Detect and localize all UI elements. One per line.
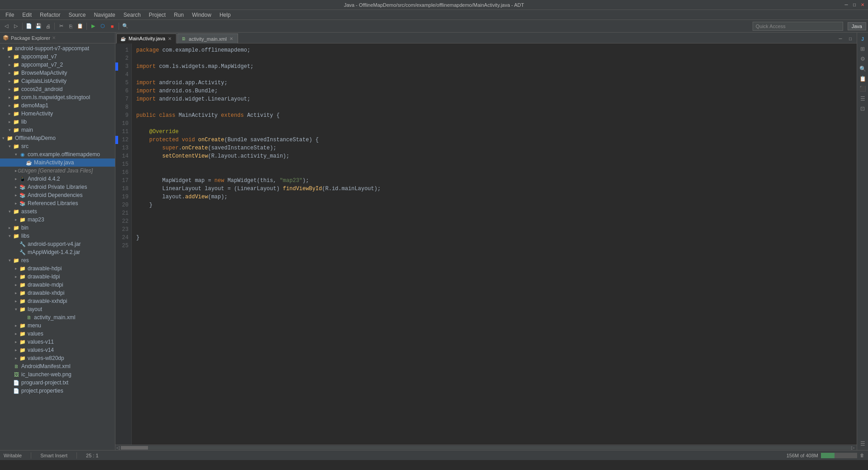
tree-item[interactable]: ▾ ◉ com.example.offlinemapdemo [0, 150, 115, 158]
toolbar-new[interactable]: 📄 [24, 22, 33, 31]
tree-item-mainactivity[interactable]: ☕ MainActivity.java [0, 158, 115, 167]
maximize-button[interactable]: □ [851, 1, 858, 9]
menu-edit[interactable]: Edit [19, 11, 35, 19]
tree-item[interactable]: ▸ GEN gen [Generated Java Files] [0, 167, 115, 175]
menu-window[interactable]: Window [188, 11, 215, 19]
tree-item[interactable]: ▸ 📁 cocos2d_android [0, 85, 115, 93]
tab-mainactivity[interactable]: ☕ MainActivity.java ✕ [116, 34, 176, 43]
right-sidebar-btn-3[interactable]: ⚙ [858, 54, 867, 63]
tree-item[interactable]: 🗎 AndroidManifest.xml [0, 362, 115, 370]
tree-item[interactable]: ▸ 📁 values-w820dp [0, 354, 115, 362]
perspective-java[interactable]: Java [848, 22, 866, 30]
tree-item[interactable]: ▸ 📁 com.ls.mapwidget.slicingtool [0, 93, 115, 101]
tree-item[interactable]: ▾ 📁 layout [0, 305, 115, 313]
tree-item[interactable]: ▸ 📁 values-v14 [0, 346, 115, 354]
line-num: 13 [115, 144, 131, 152]
line-num: 21 [115, 209, 131, 217]
tree-item[interactable]: ▸ 📁 lib [0, 118, 115, 126]
right-sidebar-btn-4[interactable]: 🔍 [858, 64, 867, 73]
tree-item[interactable]: ▸ 📱 Android 4.4.2 [0, 175, 115, 183]
tab-activity-main[interactable]: 🗎 activity_main.xml ✕ [177, 34, 238, 43]
menu-file[interactable]: File [2, 11, 18, 19]
tree-item[interactable]: ▸ 📁 HomeActivity [0, 110, 115, 118]
toolbar-stop[interactable]: ■ [108, 22, 117, 31]
tree-item[interactable]: ▸ 📁 menu [0, 321, 115, 330]
editor-horizontal-scrollbar[interactable]: ◁ ▷ [115, 445, 857, 450]
tree-item[interactable]: ▸ 📁 appcompat_v7 [0, 53, 115, 61]
tree-item[interactable]: ▸ 📁 drawable-hdpi [0, 264, 115, 273]
tree-item[interactable]: ▸ 📁 drawable-mdpi [0, 281, 115, 289]
tree-item[interactable]: ▸ 📁 CapitalsListActivity [0, 77, 115, 85]
package-explorer-tree[interactable]: ▾ 📁 android-support-v7-appcompat ▸ 📁 app… [0, 43, 115, 450]
tree-item[interactable]: ▸ 📁 values [0, 330, 115, 338]
tree-item[interactable]: 🖼 ic_launcher-web.png [0, 370, 115, 379]
menu-refactor[interactable]: Refactor [36, 11, 64, 19]
right-sidebar-btn-8[interactable]: ⊡ [858, 104, 867, 113]
tree-item[interactable]: ▸ 📚 Android Private Libraries [0, 183, 115, 191]
toolbar-debug[interactable]: ⬡ [98, 22, 107, 31]
minimize-button[interactable]: ─ [843, 1, 850, 9]
menu-search[interactable]: Search [120, 11, 144, 19]
toolbar-print[interactable]: 🖨 [43, 22, 52, 31]
right-sidebar-btn-5[interactable]: 📋 [858, 74, 867, 83]
tree-item[interactable]: ▾ 📁 src [0, 142, 115, 150]
scroll-track[interactable] [121, 446, 851, 450]
editor-minimize-btn[interactable]: ─ [836, 34, 845, 43]
toolbar-search-btn[interactable]: 🔍 [121, 22, 130, 31]
quick-access-input[interactable]: Quick Access [753, 22, 843, 31]
tree-item[interactable]: ▸ 📁 demoMap1 [0, 101, 115, 110]
menu-project[interactable]: Project [145, 11, 169, 19]
tree-item[interactable]: ▾ 📁 android-support-v7-appcompat [0, 44, 115, 53]
tree-item[interactable]: ▸ 📁 drawable-xxhdpi [0, 297, 115, 305]
toolbar-back[interactable]: ◁ [2, 22, 11, 31]
tree-item[interactable]: ▸ 📁 drawable-xhdpi [0, 289, 115, 297]
toolbar-copy[interactable]: ⎘ [66, 22, 75, 31]
right-sidebar-btn-bottom[interactable]: ☰ [858, 439, 867, 448]
line-num: 18 [115, 185, 131, 193]
tree-item[interactable]: ▸ 📁 values-v11 [0, 338, 115, 346]
tree-item[interactable]: ▸ 📁 bin [0, 224, 115, 232]
right-sidebar-btn-7[interactable]: ☰ [858, 94, 867, 103]
status-sep-1 [31, 452, 31, 459]
tree-item[interactable]: ▸ 📁 drawable-ldpi [0, 273, 115, 281]
tree-item[interactable]: ▸ 📁 appcompat_v7_2 [0, 61, 115, 69]
tree-item[interactable]: ▸ 📁 map23 [0, 216, 115, 224]
toolbar-run[interactable]: ▶ [89, 22, 98, 31]
tree-item[interactable]: 📄 proguard-project.txt [0, 379, 115, 387]
tab-mainactivity-close[interactable]: ✕ [168, 36, 172, 41]
line-num: 22 [115, 217, 131, 225]
tree-item[interactable]: ▾ 📁 main [0, 126, 115, 134]
tree-item[interactable]: ▾ 📁 assets [0, 207, 115, 216]
tree-item[interactable]: 📄 project.properties [0, 387, 115, 395]
tree-item[interactable]: ▾ 📁 res [0, 256, 115, 264]
tree-item[interactable]: ▸ 📚 Referenced Libraries [0, 199, 115, 207]
menu-navigate[interactable]: Navigate [90, 11, 119, 19]
tree-item[interactable]: ▾ 📁 libs [0, 232, 115, 240]
tree-item[interactable]: 🗎 activity_main.xml [0, 313, 115, 321]
tree-item[interactable]: ▸ 📁 BrowseMapActivity [0, 69, 115, 77]
tree-item[interactable]: ▸ 📚 Android Dependencies [0, 191, 115, 199]
scroll-thumb[interactable] [121, 446, 148, 450]
menu-run[interactable]: Run [170, 11, 187, 19]
line-num: 8 [115, 103, 131, 111]
scroll-right-btn[interactable]: ▷ [851, 445, 856, 450]
toolbar-cut[interactable]: ✂ [57, 22, 66, 31]
right-sidebar-btn-6[interactable]: ⬛ [858, 84, 867, 93]
right-sidebar-btn-1[interactable]: J [858, 34, 867, 43]
tree-item[interactable]: 🔧 android-support-v4.jar [0, 240, 115, 248]
scroll-left-btn[interactable]: ◁ [116, 445, 121, 450]
toolbar-save[interactable]: 💾 [34, 22, 43, 31]
code-content[interactable]: package com.example.offlinemapdemo; impo… [132, 43, 857, 445]
close-button[interactable]: ✕ [859, 1, 866, 9]
toolbar-forward[interactable]: ▷ [11, 22, 20, 31]
editor-maximize-btn[interactable]: □ [846, 34, 855, 43]
menu-source[interactable]: Source [65, 11, 89, 19]
gc-button[interactable]: 🗑 [860, 453, 864, 458]
toolbar-paste[interactable]: 📋 [76, 22, 85, 31]
right-sidebar-btn-2[interactable]: ⊞ [858, 44, 867, 53]
tree-item[interactable]: 🔧 mAppWidget-1.4.2.jar [0, 248, 115, 256]
tab-activity-main-close[interactable]: ✕ [229, 36, 233, 41]
tree-item[interactable]: ▾ 📁 OfflineMapDemo [0, 134, 115, 142]
code-editor[interactable]: 1 2 3 4 5 6 7 8 9 10 11 12 13 14 15 16 [115, 43, 857, 445]
menu-help[interactable]: Help [216, 11, 234, 19]
